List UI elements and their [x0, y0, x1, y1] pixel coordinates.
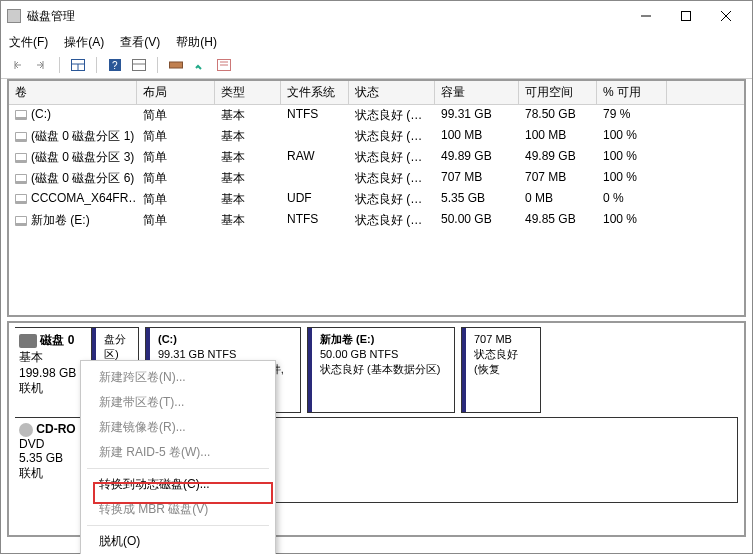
disk-icon: [19, 334, 37, 348]
col-status[interactable]: 状态: [349, 81, 435, 104]
menu-offline[interactable]: 脱机(O): [81, 529, 275, 554]
menu-convert-mbr: 转换成 MBR 磁盘(V): [81, 497, 275, 522]
menu-file[interactable]: 文件(F): [9, 34, 48, 51]
svg-rect-11: [170, 62, 183, 68]
svg-rect-9: [133, 60, 146, 71]
cd-label: CD-RO: [36, 422, 75, 436]
titlebar: 磁盘管理: [1, 1, 752, 31]
views-button[interactable]: [68, 56, 88, 74]
app-icon: [7, 9, 21, 23]
table-row[interactable]: (磁盘 0 磁盘分区 1)简单基本状态良好 (…100 MB100 MB100 …: [9, 126, 744, 147]
cd-icon: [19, 423, 33, 437]
volume-stripe: [462, 328, 466, 412]
menu-new-raid5: 新建 RAID-5 卷(W)...: [81, 440, 275, 465]
col-free[interactable]: 可用空间: [519, 81, 597, 104]
toolbar: ?: [1, 54, 752, 79]
volume-icon: [15, 132, 27, 142]
table-row[interactable]: (磁盘 0 磁盘分区 3)简单基本RAW状态良好 (…49.89 GB49.89…: [9, 147, 744, 168]
volume-icon: [15, 110, 27, 120]
col-type[interactable]: 类型: [215, 81, 281, 104]
menu-help[interactable]: 帮助(H): [176, 34, 217, 51]
table-row[interactable]: 新加卷 (E:)简单基本NTFS状态良好 (…50.00 GB49.85 GB1…: [9, 210, 744, 231]
svg-text:?: ?: [112, 60, 118, 71]
table-row[interactable]: CCCOMA_X64FR…简单基本UDF状态良好 (…5.35 GB0 MB0 …: [9, 189, 744, 210]
disk-list-button[interactable]: [166, 56, 186, 74]
menu-separator: [87, 525, 269, 526]
refresh-button[interactable]: [190, 56, 210, 74]
table-row[interactable]: (磁盘 0 磁盘分区 6)简单基本状态良好 (…707 MB707 MB100 …: [9, 168, 744, 189]
layout-button[interactable]: [129, 56, 149, 74]
volume-stripe: [308, 328, 312, 412]
back-button[interactable]: [7, 56, 27, 74]
menu-new-mirror: 新建镜像卷(R)...: [81, 415, 275, 440]
separator: [59, 57, 60, 73]
col-capacity[interactable]: 容量: [435, 81, 519, 104]
menu-view[interactable]: 查看(V): [120, 34, 160, 51]
menu-new-spanned: 新建跨区卷(N)...: [81, 365, 275, 390]
minimize-button[interactable]: [626, 5, 666, 27]
disk-size: 199.98 GB: [19, 366, 76, 380]
disk-basic: 基本: [19, 350, 43, 364]
column-headers: 卷 布局 类型 文件系统 状态 容量 可用空间 % 可用: [9, 81, 744, 105]
cd-online: 联机: [19, 466, 43, 480]
context-menu: 新建跨区卷(N)... 新建带区卷(T)... 新建镜像卷(R)... 新建 R…: [80, 360, 276, 554]
cd-size: 5.35 GB: [19, 451, 63, 465]
menu-operation[interactable]: 操作(A): [64, 34, 104, 51]
menubar: 文件(F) 操作(A) 查看(V) 帮助(H): [1, 31, 752, 54]
disc-icon: [15, 194, 27, 204]
window-title: 磁盘管理: [27, 8, 626, 25]
forward-button[interactable]: [31, 56, 51, 74]
col-volume[interactable]: 卷: [9, 81, 137, 104]
help-button[interactable]: ?: [105, 56, 125, 74]
col-fs[interactable]: 文件系统: [281, 81, 349, 104]
svg-rect-1: [682, 12, 691, 21]
maximize-button[interactable]: [666, 5, 706, 27]
col-layout[interactable]: 布局: [137, 81, 215, 104]
volume-icon: [15, 174, 27, 184]
separator: [157, 57, 158, 73]
volume-rows: (C:)简单基本NTFS状态良好 (…99.31 GB78.50 GB79 %(…: [9, 105, 744, 231]
table-row[interactable]: (C:)简单基本NTFS状态良好 (…99.31 GB78.50 GB79 %: [9, 105, 744, 126]
volume-list: 卷 布局 类型 文件系统 状态 容量 可用空间 % 可用 (C:)简单基本NTF…: [7, 79, 746, 317]
disk-label: 磁盘 0: [40, 333, 74, 347]
settings-button[interactable]: [214, 56, 234, 74]
volume-icon: [15, 153, 27, 163]
volume-box[interactable]: 707 MB状态良好 (恢复: [461, 327, 541, 413]
col-percent[interactable]: % 可用: [597, 81, 667, 104]
disk-online: 联机: [19, 381, 43, 395]
menu-convert-dynamic[interactable]: 转换到动态磁盘(C)...: [81, 472, 275, 497]
menu-separator: [87, 468, 269, 469]
volume-box[interactable]: 新加卷 (E:)50.00 GB NTFS状态良好 (基本数据分区): [307, 327, 455, 413]
separator: [96, 57, 97, 73]
cd-type: DVD: [19, 437, 44, 451]
close-button[interactable]: [706, 5, 746, 27]
menu-new-striped: 新建带区卷(T)...: [81, 390, 275, 415]
volume-icon: [15, 216, 27, 226]
